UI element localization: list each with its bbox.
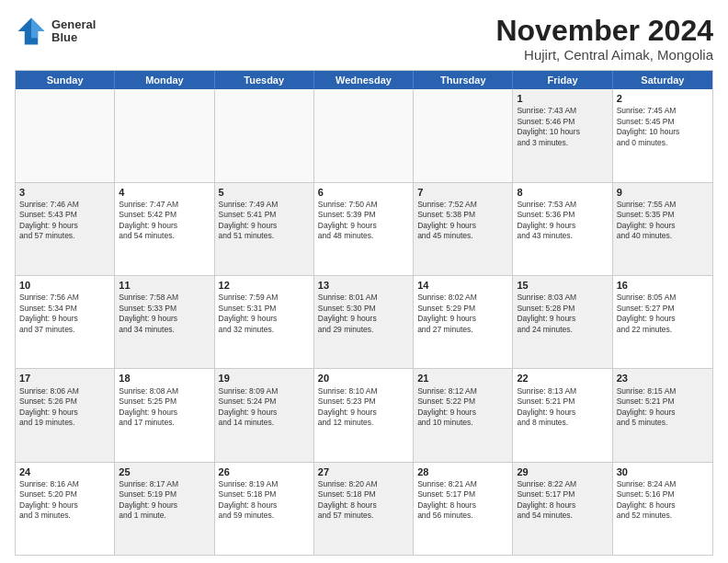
day-number: 17 — [19, 372, 110, 385]
day-info: Sunrise: 8:22 AM Sunset: 5:17 PM Dayligh… — [517, 479, 608, 522]
location: Hujirt, Central Aimak, Mongolia — [495, 47, 713, 63]
day-info: Sunrise: 7:52 AM Sunset: 5:38 PM Dayligh… — [417, 200, 508, 242]
calendar-cell: 8Sunrise: 7:53 AM Sunset: 5:36 PM Daylig… — [513, 183, 612, 275]
calendar-cell: 7Sunrise: 7:52 AM Sunset: 5:38 PM Daylig… — [414, 183, 513, 275]
day-info: Sunrise: 7:47 AM Sunset: 5:42 PM Dayligh… — [119, 200, 210, 242]
day-number: 28 — [417, 465, 508, 478]
day-info: Sunrise: 8:15 AM Sunset: 5:21 PM Dayligh… — [617, 386, 709, 429]
day-info: Sunrise: 8:09 AM Sunset: 5:24 PM Dayligh… — [219, 386, 310, 429]
day-number: 20 — [318, 372, 409, 385]
day-info: Sunrise: 8:10 AM Sunset: 5:23 PM Dayligh… — [318, 386, 409, 429]
calendar-cell: 20Sunrise: 8:10 AM Sunset: 5:23 PM Dayli… — [314, 369, 414, 461]
day-info: Sunrise: 7:58 AM Sunset: 5:33 PM Dayligh… — [119, 293, 210, 335]
calendar-row: 24Sunrise: 8:16 AM Sunset: 5:20 PM Dayli… — [16, 462, 712, 555]
day-number: 5 — [219, 186, 310, 199]
calendar-cell: 12Sunrise: 7:59 AM Sunset: 5:31 PM Dayli… — [215, 276, 314, 368]
calendar-cell: 6Sunrise: 7:50 AM Sunset: 5:39 PM Daylig… — [314, 183, 414, 275]
calendar-cell: 23Sunrise: 8:15 AM Sunset: 5:21 PM Dayli… — [613, 369, 712, 461]
calendar-body: 1Sunrise: 7:43 AM Sunset: 5:46 PM Daylig… — [16, 89, 712, 555]
calendar-header-cell: Monday — [115, 71, 214, 89]
day-number: 14 — [417, 279, 508, 292]
day-info: Sunrise: 7:55 AM Sunset: 5:35 PM Dayligh… — [617, 200, 709, 242]
day-info: Sunrise: 8:16 AM Sunset: 5:20 PM Dayligh… — [19, 479, 110, 522]
calendar-cell — [414, 89, 513, 181]
calendar: SundayMondayTuesdayWednesdayThursdayFrid… — [15, 70, 713, 556]
day-info: Sunrise: 7:49 AM Sunset: 5:41 PM Dayligh… — [219, 200, 310, 242]
day-number: 16 — [617, 279, 709, 292]
calendar-row: 17Sunrise: 8:06 AM Sunset: 5:26 PM Dayli… — [16, 368, 712, 461]
day-number: 30 — [617, 465, 709, 478]
logo-line2: Blue — [51, 31, 96, 44]
calendar-row: 1Sunrise: 7:43 AM Sunset: 5:46 PM Daylig… — [16, 89, 712, 181]
calendar-cell: 22Sunrise: 8:13 AM Sunset: 5:21 PM Dayli… — [513, 369, 612, 461]
day-number: 1 — [517, 92, 608, 105]
day-number: 6 — [318, 186, 409, 199]
day-info: Sunrise: 8:17 AM Sunset: 5:19 PM Dayligh… — [119, 479, 210, 522]
calendar-header-cell: Thursday — [414, 71, 513, 89]
logo-line1: General — [51, 18, 96, 31]
calendar-row: 3Sunrise: 7:46 AM Sunset: 5:43 PM Daylig… — [16, 182, 712, 275]
day-number: 29 — [517, 465, 608, 478]
day-info: Sunrise: 7:46 AM Sunset: 5:43 PM Dayligh… — [19, 200, 110, 242]
day-number: 24 — [19, 465, 110, 478]
calendar-cell — [115, 89, 214, 181]
day-info: Sunrise: 8:05 AM Sunset: 5:27 PM Dayligh… — [617, 293, 709, 335]
day-info: Sunrise: 8:21 AM Sunset: 5:17 PM Dayligh… — [417, 479, 508, 522]
day-number: 7 — [417, 186, 508, 199]
calendar-cell: 10Sunrise: 7:56 AM Sunset: 5:34 PM Dayli… — [16, 276, 115, 368]
calendar-cell: 21Sunrise: 8:12 AM Sunset: 5:22 PM Dayli… — [414, 369, 513, 461]
calendar-cell: 28Sunrise: 8:21 AM Sunset: 5:17 PM Dayli… — [414, 463, 513, 555]
day-number: 25 — [119, 465, 210, 478]
day-number: 13 — [318, 279, 409, 292]
day-number: 12 — [219, 279, 310, 292]
day-info: Sunrise: 8:13 AM Sunset: 5:21 PM Dayligh… — [517, 386, 608, 429]
day-number: 19 — [219, 372, 310, 385]
day-info: Sunrise: 7:56 AM Sunset: 5:34 PM Dayligh… — [19, 293, 110, 335]
calendar-cell — [16, 89, 115, 181]
calendar-row: 10Sunrise: 7:56 AM Sunset: 5:34 PM Dayli… — [16, 275, 712, 368]
day-info: Sunrise: 7:59 AM Sunset: 5:31 PM Dayligh… — [219, 293, 310, 335]
day-info: Sunrise: 7:43 AM Sunset: 5:46 PM Dayligh… — [517, 106, 608, 148]
calendar-cell: 2Sunrise: 7:45 AM Sunset: 5:45 PM Daylig… — [613, 89, 712, 181]
calendar-cell: 19Sunrise: 8:09 AM Sunset: 5:24 PM Dayli… — [215, 369, 314, 461]
day-number: 15 — [517, 279, 608, 292]
calendar-cell: 24Sunrise: 8:16 AM Sunset: 5:20 PM Dayli… — [16, 463, 115, 555]
calendar-cell: 30Sunrise: 8:24 AM Sunset: 5:16 PM Dayli… — [613, 463, 712, 555]
day-info: Sunrise: 8:08 AM Sunset: 5:25 PM Dayligh… — [119, 386, 210, 429]
day-number: 4 — [119, 186, 210, 199]
day-info: Sunrise: 8:06 AM Sunset: 5:26 PM Dayligh… — [19, 386, 110, 429]
day-info: Sunrise: 8:03 AM Sunset: 5:28 PM Dayligh… — [517, 293, 608, 335]
svg-marker-1 — [31, 18, 44, 39]
calendar-cell: 17Sunrise: 8:06 AM Sunset: 5:26 PM Dayli… — [16, 369, 115, 461]
calendar-cell — [314, 89, 414, 181]
calendar-cell: 3Sunrise: 7:46 AM Sunset: 5:43 PM Daylig… — [16, 183, 115, 275]
calendar-cell: 11Sunrise: 7:58 AM Sunset: 5:33 PM Dayli… — [115, 276, 214, 368]
day-number: 18 — [119, 372, 210, 385]
month-title: November 2024 — [495, 15, 713, 47]
day-info: Sunrise: 7:53 AM Sunset: 5:36 PM Dayligh… — [517, 200, 608, 242]
day-info: Sunrise: 8:19 AM Sunset: 5:18 PM Dayligh… — [219, 479, 310, 522]
calendar-cell: 18Sunrise: 8:08 AM Sunset: 5:25 PM Dayli… — [115, 369, 214, 461]
calendar-cell: 13Sunrise: 8:01 AM Sunset: 5:30 PM Dayli… — [314, 276, 414, 368]
calendar-cell: 29Sunrise: 8:22 AM Sunset: 5:17 PM Dayli… — [513, 463, 612, 555]
day-number: 22 — [517, 372, 608, 385]
day-info: Sunrise: 7:45 AM Sunset: 5:45 PM Dayligh… — [617, 106, 709, 148]
calendar-header-cell: Friday — [513, 71, 612, 89]
day-info: Sunrise: 8:02 AM Sunset: 5:29 PM Dayligh… — [417, 293, 508, 335]
logo-text: General Blue — [51, 18, 96, 45]
day-number: 11 — [119, 279, 210, 292]
calendar-cell: 16Sunrise: 8:05 AM Sunset: 5:27 PM Dayli… — [613, 276, 712, 368]
day-number: 8 — [517, 186, 608, 199]
logo-icon — [15, 15, 48, 48]
calendar-cell: 1Sunrise: 7:43 AM Sunset: 5:46 PM Daylig… — [513, 89, 612, 181]
day-info: Sunrise: 8:24 AM Sunset: 5:16 PM Dayligh… — [617, 479, 709, 522]
calendar-header: SundayMondayTuesdayWednesdayThursdayFrid… — [16, 71, 712, 89]
day-number: 3 — [19, 186, 110, 199]
calendar-header-cell: Tuesday — [215, 71, 314, 89]
calendar-cell: 25Sunrise: 8:17 AM Sunset: 5:19 PM Dayli… — [115, 463, 214, 555]
logo: General Blue — [15, 15, 96, 48]
title-block: November 2024 Hujirt, Central Aimak, Mon… — [495, 15, 713, 63]
calendar-cell: 4Sunrise: 7:47 AM Sunset: 5:42 PM Daylig… — [115, 183, 214, 275]
calendar-header-cell: Saturday — [613, 71, 712, 89]
calendar-cell: 9Sunrise: 7:55 AM Sunset: 5:35 PM Daylig… — [613, 183, 712, 275]
